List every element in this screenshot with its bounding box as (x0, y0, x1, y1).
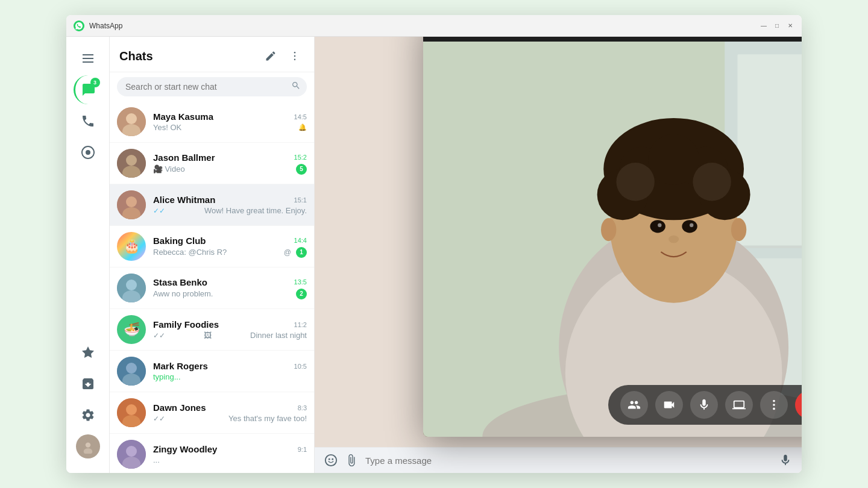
emoji-button[interactable] (324, 454, 338, 467)
svg-point-13 (126, 113, 137, 124)
chat-name: Mark Rogers (153, 361, 208, 371)
chat-time: 9:1 (298, 446, 307, 453)
svg-point-33 (326, 455, 336, 466)
chat-item-alice-whitman[interactable]: Alice Whitman 15:1 ✓✓ Wow! Have great ti… (110, 184, 314, 226)
chat-name: Baking Club (153, 236, 206, 246)
screen-share-button[interactable] (725, 391, 753, 419)
chat-time: 10:5 (294, 363, 307, 370)
search-icon (291, 81, 301, 93)
svg-rect-44 (737, 246, 802, 248)
svg-point-61 (690, 224, 693, 227)
sidebar-item-chats[interactable]: 3 (74, 75, 102, 104)
chat-time: 8:3 (298, 404, 307, 411)
chat-time: 11:2 (294, 321, 307, 328)
menu-button[interactable] (285, 46, 304, 66)
avatar: 🍜 (117, 315, 146, 344)
end-call-button[interactable] (795, 391, 802, 419)
unread-badge: 5 (296, 164, 307, 175)
app-body: 3 (66, 37, 802, 473)
window-controls: — □ ✕ (760, 22, 794, 30)
chat-time: 15:2 (294, 154, 307, 161)
svg-point-11 (294, 59, 296, 61)
sidebar-item-status[interactable] (74, 138, 102, 167)
chat-message: Rebecca: @Chris R? (153, 248, 227, 257)
chat-time: 13:5 (294, 278, 307, 286)
chats-badge: 3 (90, 78, 100, 87)
sidebar-menu-button[interactable] (74, 44, 102, 73)
chat-item-family-foodies[interactable]: 🍜 Family Foodies 11:2 ✓✓ 🖼 Dinner last n… (110, 309, 314, 351)
chat-item-jason-ballmer[interactable]: Jason Ballmer 15:2 🎥 Video 5 (110, 143, 314, 184)
chat-message: ... (153, 455, 160, 465)
chat-name: Maya Kasuma (153, 111, 213, 122)
avatar (117, 190, 146, 219)
user-avatar-sidebar[interactable] (76, 434, 100, 458)
chat-message: Aww no problem. (153, 289, 213, 298)
avatar (117, 149, 146, 178)
avatar (117, 357, 146, 386)
chat-name: Dawn Jones (153, 402, 206, 413)
video-background (423, 42, 802, 437)
attach-button[interactable] (345, 454, 358, 467)
sidebar: 3 (66, 37, 110, 473)
new-chat-button[interactable] (261, 46, 280, 66)
chat-item-baking-club[interactable]: 🎂 Baking Club 14:4 Rebecca: @Chris R? @ … (110, 226, 314, 267)
chat-list-header: Chats (110, 37, 314, 72)
search-input[interactable] (117, 77, 307, 96)
sidebar-item-archive[interactable] (74, 369, 102, 398)
sidebar-item-starred[interactable] (74, 338, 102, 367)
chat-item-mark-rogers[interactable]: Mark Rogers 10:5 typing... (110, 351, 314, 392)
chat-message: typing... (153, 372, 181, 381)
chat-item-zingy-woodley[interactable]: Zingy Woodley 9:1 ... (110, 434, 314, 473)
video-feed (423, 42, 802, 437)
sidebar-item-settings[interactable] (74, 401, 102, 430)
svg-rect-3 (83, 61, 93, 63)
chat-info: Mark Rogers 10:5 typing... (153, 361, 307, 381)
chat-info: Zingy Woodley 9:1 ... (153, 444, 307, 465)
chat-info: Stasa Benko 13:5 Aww no problem. 2 (153, 277, 307, 299)
title-bar: WhatsApp — □ ✕ (66, 15, 802, 37)
chat-item-maya-kasuma[interactable]: Maya Kasuma 14:5 Yes! OK 🔔 (110, 101, 314, 143)
mute-button[interactable] (690, 391, 718, 419)
svg-point-16 (126, 155, 137, 166)
avatar (117, 107, 146, 136)
chat-message: Wow! Have great time. Enjoy. (204, 206, 307, 215)
svg-point-5 (86, 150, 90, 155)
svg-point-7 (85, 442, 90, 447)
avatar (117, 398, 146, 427)
chat-item-dawn-jones[interactable]: Dawn Jones 8:3 ✓✓ Yes that's my fave too… (110, 392, 314, 434)
svg-point-31 (126, 446, 137, 457)
svg-point-64 (731, 218, 746, 241)
chat-name: Jason Ballmer (153, 152, 215, 163)
chat-name: Stasa Benko (153, 277, 207, 287)
svg-rect-2 (83, 58, 93, 59)
chat-name: Alice Whitman (153, 195, 215, 205)
svg-point-35 (332, 458, 333, 460)
chat-name: Family Foodies (153, 319, 219, 330)
svg-point-34 (329, 458, 330, 460)
more-options-button[interactable] (760, 391, 788, 419)
microphone-button[interactable] (779, 454, 792, 467)
minimize-button[interactable]: — (760, 22, 768, 30)
add-participant-button[interactable] (620, 391, 648, 419)
svg-rect-39 (737, 54, 802, 245)
close-button[interactable]: ✕ (786, 22, 794, 30)
svg-point-57 (693, 163, 731, 201)
message-input[interactable] (365, 455, 772, 466)
chat-message: 🎥 Video (153, 164, 185, 174)
svg-point-60 (658, 224, 661, 227)
sidebar-item-calls[interactable] (74, 107, 102, 136)
svg-point-55 (648, 134, 699, 185)
svg-point-59 (682, 220, 697, 233)
svg-point-9 (294, 52, 296, 54)
chat-info: Alice Whitman 15:1 ✓✓ Wow! Have great ti… (153, 195, 307, 215)
chat-item-stasa-benko[interactable]: Stasa Benko 13:5 Aww no problem. 2 (110, 267, 314, 309)
message-input-bar (315, 447, 802, 473)
svg-point-22 (126, 280, 137, 290)
maximize-button[interactable]: □ (773, 22, 781, 30)
whatsapp-logo-small (74, 20, 84, 31)
chat-list: Maya Kasuma 14:5 Yes! OK 🔔 (110, 101, 314, 473)
avatar (117, 440, 146, 469)
svg-rect-1 (83, 54, 93, 55)
unread-badge: 1 (296, 247, 307, 258)
camera-toggle-button[interactable] (655, 391, 683, 419)
